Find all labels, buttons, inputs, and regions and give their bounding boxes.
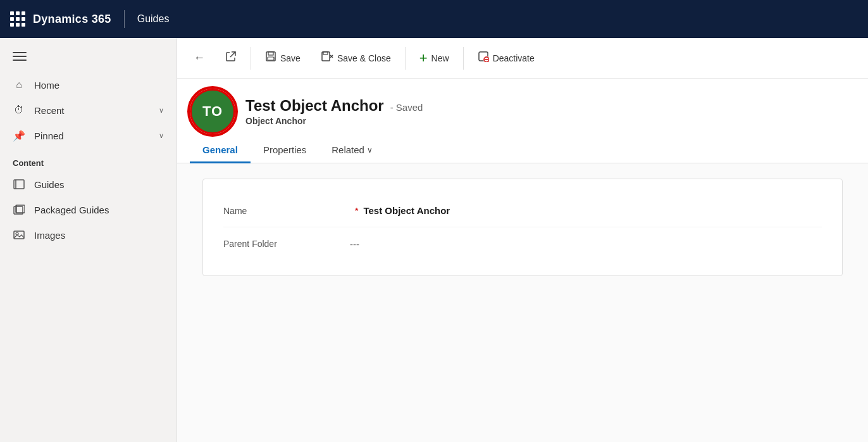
packaged-guides-icon (13, 203, 25, 216)
tab-general-label: General (202, 144, 238, 155)
tab-properties[interactable]: Properties (251, 137, 319, 163)
toolbar-separator-3 (463, 47, 464, 70)
sidebar-item-home[interactable]: ⌂ Home (0, 72, 177, 98)
home-icon: ⌂ (13, 79, 25, 91)
content-area: ← (177, 38, 868, 442)
sidebar-item-guides[interactable]: Guides (0, 172, 177, 197)
content-section-title: Content (0, 148, 177, 172)
tab-related[interactable]: Related ∨ (319, 137, 385, 163)
pin-icon: 📌 (13, 129, 25, 142)
images-icon (13, 229, 25, 241)
plus-icon: + (419, 50, 428, 66)
toolbar: ← (177, 38, 868, 79)
guides-icon (13, 178, 25, 191)
field-label-parent-folder: Parent Folder (223, 239, 350, 249)
sidebar-item-images-label: Images (34, 230, 164, 241)
required-indicator: * (355, 206, 358, 216)
main-layout: ⌂ Home ⏱ Recent ∨ 📌 Pinned ∨ Content Gui… (0, 38, 868, 442)
new-label: New (431, 53, 449, 63)
sidebar-item-pinned[interactable]: 📌 Pinned ∨ (0, 123, 177, 148)
tab-general[interactable]: General (190, 137, 251, 163)
deactivate-label: Deactivate (493, 53, 535, 63)
record-type: Object Anchor (245, 116, 855, 126)
sidebar-item-packaged-guides-label: Packaged Guides (34, 205, 164, 215)
back-icon: ← (194, 51, 205, 65)
toolbar-separator (251, 47, 251, 70)
save-close-icon (321, 51, 333, 65)
toolbar-separator-2 (405, 47, 406, 70)
field-label-name: Name (223, 206, 350, 216)
chevron-down-icon: ∨ (159, 132, 164, 140)
recent-icon: ⏱ (13, 104, 25, 117)
form-area: Name * Test Object Anchor Parent Folder … (177, 163, 868, 442)
sidebar-item-pinned-label: Pinned (34, 130, 150, 141)
chevron-down-icon: ∨ (367, 146, 373, 155)
save-label: Save (280, 53, 301, 63)
sidebar-item-guides-label: Guides (34, 179, 164, 190)
field-value-name[interactable]: Test Object Anchor (363, 205, 450, 216)
avatar-wrapper[interactable]: TO (190, 89, 235, 134)
section-title: Guides (137, 13, 170, 25)
sidebar-item-recent-label: Recent (34, 105, 150, 116)
avatar-border (187, 86, 238, 137)
save-close-label: Save & Close (337, 53, 391, 63)
app-launcher-icon[interactable] (10, 11, 25, 27)
record-name-row: Test Object Anchor - Saved (245, 97, 855, 115)
back-button[interactable]: ← (185, 46, 214, 70)
deactivate-icon (478, 51, 489, 65)
sidebar-item-packaged-guides[interactable]: Packaged Guides (0, 197, 177, 222)
sidebar-item-images[interactable]: Images (0, 222, 177, 248)
field-value-parent-folder[interactable]: --- (350, 239, 359, 249)
deactivate-button[interactable]: Deactivate (469, 46, 543, 70)
external-link-icon (225, 51, 237, 65)
tab-related-label: Related (332, 144, 364, 155)
svg-line-7 (230, 52, 235, 57)
chevron-down-icon: ∨ (159, 106, 164, 115)
menu-button[interactable] (0, 46, 177, 67)
sidebar-item-home-label: Home (34, 80, 164, 91)
save-button[interactable]: Save (256, 46, 309, 70)
record-header: TO Test Object Anchor - Saved Object Anc… (177, 79, 868, 134)
svg-rect-12 (323, 52, 328, 54)
sidebar-item-recent[interactable]: ⏱ Recent ∨ (0, 98, 177, 123)
record-status: - Saved (390, 102, 423, 113)
nav-divider (124, 10, 125, 28)
save-close-button[interactable]: Save & Close (312, 46, 400, 70)
save-icon (265, 51, 276, 65)
top-nav: Dynamics 365 Guides (0, 0, 868, 38)
record-title-area: Test Object Anchor - Saved Object Anchor (245, 97, 855, 126)
new-button[interactable]: + New (411, 45, 458, 72)
sidebar: ⌂ Home ⏱ Recent ∨ 📌 Pinned ∨ Content Gui… (0, 38, 177, 442)
app-title: Dynamics 365 (33, 13, 111, 26)
svg-rect-5 (14, 231, 24, 239)
external-link-button[interactable] (216, 46, 245, 70)
form-row-name: Name * Test Object Anchor (223, 194, 822, 227)
form-row-parent-folder: Parent Folder --- (223, 227, 822, 260)
tab-properties-label: Properties (263, 144, 306, 155)
tabs: General Properties Related ∨ (177, 137, 868, 163)
form-section: Name * Test Object Anchor Parent Folder … (202, 179, 843, 276)
svg-rect-10 (268, 57, 274, 60)
record-name: Test Object Anchor (245, 97, 384, 115)
